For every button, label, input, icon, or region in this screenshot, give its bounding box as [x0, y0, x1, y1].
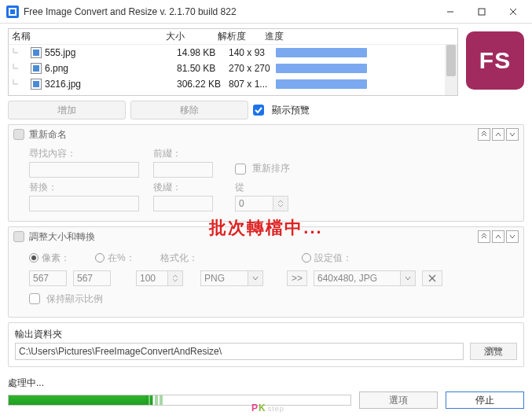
image-file-icon: [31, 47, 42, 58]
prefix-input[interactable]: [153, 162, 213, 178]
output-title: 輸出資料夾: [15, 328, 517, 341]
replace-label: 替換：: [29, 181, 139, 194]
file-name: 3216.jpg: [45, 79, 177, 90]
overall-progress-bar: [8, 395, 351, 406]
suffix-input[interactable]: [153, 196, 213, 211]
minimize-button[interactable]: [435, 1, 466, 23]
tree-branch-icon: [12, 79, 31, 89]
replace-input[interactable]: [29, 196, 139, 211]
reorder-label: 重新排序: [252, 162, 290, 175]
preset-label: 設定值：: [314, 252, 352, 263]
table-row[interactable]: 3216.jpg 306.22 KB 807 x 1...: [9, 76, 457, 92]
status-text: 處理中...: [8, 377, 524, 390]
col-progress: 進度: [265, 30, 367, 43]
format-select[interactable]: [200, 270, 248, 286]
rename-section: 重新命名 尋找內容： 前綴：: [8, 124, 524, 222]
resize-title: 調整大小和轉換: [29, 230, 478, 244]
preset-select[interactable]: [314, 270, 400, 286]
keep-ratio-label: 保持顯示比例: [46, 292, 103, 306]
close-button[interactable]: [497, 1, 529, 23]
preset-dropdown-icon[interactable]: [400, 270, 416, 286]
section-down-button[interactable]: [506, 230, 519, 243]
col-size: 大小: [166, 30, 218, 43]
logo-text: FS: [479, 47, 511, 74]
image-file-icon: [31, 79, 42, 90]
file-progress-bar: [276, 64, 367, 73]
app-icon: [6, 6, 19, 18]
col-name: 名稱: [12, 30, 166, 43]
from-stepper[interactable]: [273, 196, 288, 211]
tree-branch-icon: [12, 48, 31, 57]
width-input[interactable]: [29, 270, 67, 286]
suffix-label: 後綴：: [153, 181, 213, 194]
output-section: 輸出資料夾 瀏覽: [8, 322, 524, 367]
find-input[interactable]: [29, 162, 139, 178]
file-table[interactable]: 名稱 大小 解析度 進度 555.jpg 14.98 KB 140 x 93 6…: [8, 28, 458, 96]
table-scrollbar[interactable]: [445, 45, 457, 95]
section-down-button[interactable]: [506, 128, 519, 141]
file-progress-bar: [276, 48, 367, 57]
svg-rect-2: [10, 9, 15, 14]
find-label: 尋找內容：: [29, 147, 139, 160]
table-row[interactable]: 555.jpg 14.98 KB 140 x 93: [9, 45, 457, 61]
pixels-radio[interactable]: [29, 253, 39, 263]
file-resolution: 270 x 270: [229, 63, 276, 74]
percent-label: 在%：: [108, 252, 135, 263]
rename-title: 重新命名: [29, 128, 478, 142]
table-header: 名稱 大小 解析度 進度: [9, 29, 457, 45]
stop-button[interactable]: 停止: [446, 391, 524, 409]
preview-checkbox[interactable]: [253, 105, 264, 116]
add-button[interactable]: 增加: [8, 101, 126, 119]
col-resolution: 解析度: [218, 30, 265, 43]
file-resolution: 140 x 93: [229, 47, 276, 58]
percent-stepper[interactable]: [167, 270, 183, 286]
reorder-checkbox[interactable]: [235, 164, 246, 175]
section-top-button[interactable]: [478, 128, 490, 141]
file-name: 555.jpg: [45, 47, 177, 58]
output-path-input[interactable]: [15, 343, 464, 360]
prefix-label: 前綴：: [153, 147, 213, 160]
preview-label: 顯示預覽: [272, 104, 310, 117]
apply-preset-button[interactable]: >>: [287, 270, 307, 286]
file-size: 306.22 KB: [177, 79, 229, 90]
image-file-icon: [31, 63, 42, 74]
preset-radio[interactable]: [302, 253, 311, 263]
options-button[interactable]: 選項: [359, 391, 438, 409]
footer: 處理中... 選項 停止: [0, 375, 532, 415]
rename-enable-checkbox[interactable]: [13, 129, 24, 140]
section-up-button[interactable]: [492, 230, 504, 243]
file-resolution: 807 x 1...: [229, 79, 276, 90]
remove-button[interactable]: 移除: [130, 101, 248, 119]
section-up-button[interactable]: [492, 128, 504, 141]
browse-button[interactable]: 瀏覽: [470, 343, 517, 360]
percent-input[interactable]: [136, 270, 167, 286]
from-label: 從: [235, 181, 288, 194]
table-row[interactable]: 6.png 81.50 KB 270 x 270: [9, 61, 457, 76]
resize-enable-checkbox[interactable]: [13, 231, 24, 242]
window-title: Free Image Convert and Resize v. 2.1.70 …: [24, 6, 435, 17]
pixels-label: 像素：: [42, 252, 70, 263]
from-input[interactable]: [235, 196, 273, 211]
format-dropdown-icon[interactable]: [248, 270, 263, 286]
section-top-button[interactable]: [478, 230, 490, 243]
title-bar: Free Image Convert and Resize v. 2.1.70 …: [0, 0, 532, 24]
file-size: 14.98 KB: [177, 47, 229, 58]
percent-radio[interactable]: [95, 253, 105, 263]
keep-ratio-checkbox[interactable]: [29, 293, 40, 304]
height-input[interactable]: [73, 270, 111, 286]
clear-preset-button[interactable]: [422, 270, 442, 286]
file-progress-bar: [276, 79, 367, 89]
resize-section: 批次轉檔中... 調整大小和轉換 像素： 在%： 格式化： 設定值：: [8, 226, 524, 318]
tree-branch-icon: [12, 64, 31, 73]
app-logo: FS: [466, 31, 524, 90]
file-size: 81.50 KB: [177, 63, 229, 74]
svg-rect-4: [479, 9, 485, 15]
file-name: 6.png: [45, 63, 177, 74]
format-label: 格式化：: [160, 252, 198, 263]
maximize-button[interactable]: [466, 1, 497, 23]
